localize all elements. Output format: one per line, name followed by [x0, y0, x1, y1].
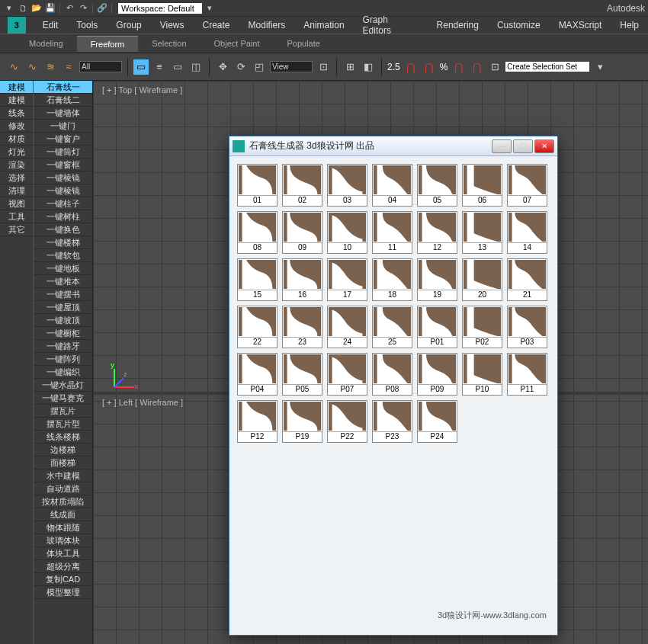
profile-thumbnail[interactable]: P01: [417, 306, 457, 348]
open-icon[interactable]: 📂: [30, 2, 43, 14]
tool-item[interactable]: 水中建模: [34, 469, 92, 482]
tool-item[interactable]: 一键地板: [34, 262, 92, 275]
profile-thumbnail[interactable]: 08: [237, 211, 277, 254]
profile-thumbnail[interactable]: P02: [462, 306, 502, 348]
profile-thumbnail[interactable]: P19: [282, 400, 322, 443]
redo-icon[interactable]: ↷: [77, 2, 89, 14]
menu-edit[interactable]: Edit: [34, 18, 68, 33]
select-name-icon[interactable]: ≡: [152, 59, 167, 75]
tool-item[interactable]: 一键马赛克: [34, 392, 92, 405]
dialog-titlebar[interactable]: 石膏线生成器 3d狼设计网 出品 — ☐ ✕: [229, 136, 557, 156]
named-sets-icon[interactable]: ⊡: [487, 59, 502, 75]
category-item[interactable]: 材质: [0, 133, 33, 146]
profile-thumbnail[interactable]: 17: [327, 258, 367, 301]
rect-select-icon[interactable]: ▭: [170, 59, 185, 75]
dropdown-icon[interactable]: ▾: [204, 2, 216, 14]
menu-views[interactable]: Views: [151, 18, 194, 33]
tool-item[interactable]: 摆瓦片: [34, 405, 92, 418]
minimize-button[interactable]: —: [492, 139, 512, 153]
profile-thumbnail[interactable]: 20: [462, 258, 502, 301]
maximize-button[interactable]: ☐: [513, 139, 533, 153]
tool-item[interactable]: 摆瓦片型: [34, 418, 92, 431]
menu-rendering[interactable]: Rendering: [428, 18, 488, 33]
tool-item[interactable]: 自动道路: [34, 482, 92, 495]
category-item[interactable]: 工具: [0, 210, 33, 223]
tool-item[interactable]: 一键橱柜: [34, 327, 92, 340]
curve-tool4-icon[interactable]: ≈: [61, 59, 76, 75]
curve-tool2-icon[interactable]: ∿: [24, 59, 40, 75]
profile-thumbnail[interactable]: P07: [327, 353, 367, 396]
ref-coord-dropdown[interactable]: View: [270, 61, 313, 72]
ribbon-tab-object-paint[interactable]: Object Paint: [200, 36, 274, 51]
profile-thumbnail[interactable]: 22: [237, 306, 277, 348]
category-item[interactable]: 灯光: [0, 146, 33, 159]
profile-thumbnail[interactable]: P09: [417, 353, 457, 396]
tool-item[interactable]: 物体跟随: [34, 521, 92, 534]
selset-dropdown-icon[interactable]: ▾: [592, 59, 608, 75]
profile-thumbnail[interactable]: 13: [462, 211, 502, 254]
profile-thumbnail[interactable]: 09: [282, 211, 322, 254]
profile-thumbnail[interactable]: 10: [327, 211, 367, 254]
category-item[interactable]: 建模: [0, 81, 33, 94]
tool-item[interactable]: 一键棱镜: [34, 171, 92, 184]
profile-thumbnail[interactable]: 19: [417, 258, 457, 301]
tool-item[interactable]: 一键树柱: [34, 210, 92, 223]
manip-icon[interactable]: ⊞: [342, 59, 358, 75]
tool-item[interactable]: 一键墙体: [34, 107, 92, 120]
tool-item[interactable]: 一键楼梯: [34, 236, 92, 249]
category-item[interactable]: 其它: [0, 223, 33, 236]
profile-thumbnail[interactable]: 21: [507, 258, 547, 301]
profile-thumbnail[interactable]: 01: [237, 164, 277, 207]
profile-thumbnail[interactable]: P05: [282, 353, 322, 396]
menu-maxscript[interactable]: MAXScript: [550, 18, 611, 33]
tool-item[interactable]: 面楼梯: [34, 457, 92, 469]
tool-item[interactable]: 石膏线二: [34, 94, 92, 107]
rotate-icon[interactable]: ⟳: [233, 59, 249, 75]
tool-item[interactable]: 一键棱镜: [34, 184, 92, 197]
profile-thumbnail[interactable]: P10: [462, 353, 502, 396]
tool-item[interactable]: 模型整理: [34, 586, 92, 599]
profile-thumbnail[interactable]: 06: [462, 164, 502, 207]
profile-thumbnail[interactable]: 25: [372, 306, 412, 348]
ribbon-tab-selection[interactable]: Selection: [138, 36, 200, 51]
profile-thumbnail[interactable]: P22: [327, 400, 367, 443]
category-item[interactable]: 线条: [0, 107, 33, 120]
category-item[interactable]: 建模: [0, 94, 33, 107]
profile-thumbnail[interactable]: 03: [327, 164, 367, 207]
app-menu-icon[interactable]: ▾: [3, 2, 15, 14]
curve-tool3-icon[interactable]: ≋: [43, 59, 58, 75]
window-crossing-icon[interactable]: ◫: [188, 59, 204, 75]
menu-help[interactable]: Help: [611, 18, 648, 33]
menu-group[interactable]: Group: [107, 18, 150, 33]
select-icon[interactable]: ▭: [133, 59, 149, 75]
tool-item[interactable]: 一键堆本: [34, 275, 92, 288]
viewport-top-label[interactable]: [ + ] Top [ Wireframe ]: [102, 85, 182, 95]
filter-dropdown[interactable]: All: [79, 61, 122, 72]
category-item[interactable]: 选择: [0, 171, 33, 184]
profile-thumbnail[interactable]: P23: [372, 400, 412, 443]
save-icon[interactable]: 💾: [44, 2, 56, 14]
snap-percent-icon[interactable]: ⋂: [422, 59, 437, 75]
profile-thumbnail[interactable]: 16: [282, 258, 322, 301]
scale-icon[interactable]: ◰: [252, 59, 267, 75]
ribbon-tab-modeling[interactable]: Modeling: [15, 36, 77, 51]
category-item[interactable]: 视图: [0, 197, 33, 210]
tool-item[interactable]: 一键摆书: [34, 288, 92, 301]
close-button[interactable]: ✕: [534, 139, 554, 153]
app-logo-icon[interactable]: 3: [8, 17, 26, 34]
tool-item[interactable]: 一键软包: [34, 249, 92, 262]
workspace-selector[interactable]: Workspace: Default: [118, 3, 202, 14]
profile-thumbnail[interactable]: P24: [417, 400, 457, 443]
pivot-icon[interactable]: ⊡: [316, 59, 331, 75]
tool-item[interactable]: 一键筒灯: [34, 146, 92, 159]
profile-thumbnail[interactable]: P11: [507, 353, 547, 396]
profile-thumbnail[interactable]: P03: [507, 306, 547, 348]
profile-thumbnail[interactable]: P04: [237, 353, 277, 396]
profile-thumbnail[interactable]: 07: [507, 164, 547, 207]
tool-item[interactable]: 一键编织: [34, 366, 92, 379]
menu-tools[interactable]: Tools: [67, 18, 107, 33]
tool-item[interactable]: 一键窗户: [34, 133, 92, 146]
menu-modifiers[interactable]: Modifiers: [239, 18, 295, 33]
tool-item[interactable]: 线成面: [34, 508, 92, 521]
menu-graph-editors[interactable]: Graph Editors: [354, 12, 428, 38]
